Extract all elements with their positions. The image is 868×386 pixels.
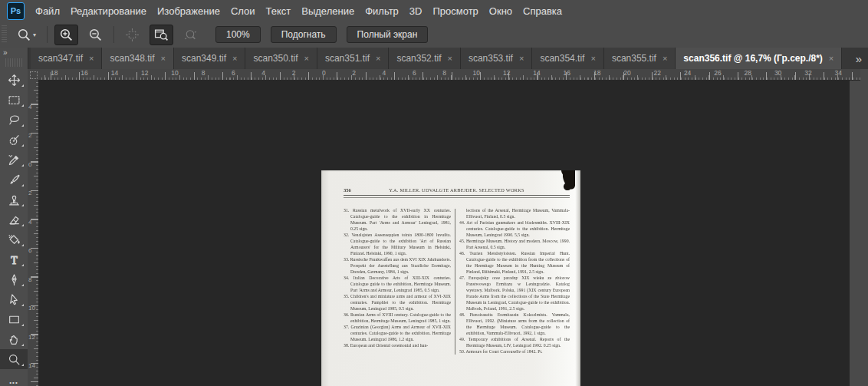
bibliography-entry: 33. Russische Prunkwaffen aus dem XVI XI… <box>344 256 451 275</box>
panel-dock-strip[interactable] <box>849 69 868 386</box>
menu-item[interactable]: Текст <box>266 2 291 20</box>
close-icon[interactable]: × <box>663 54 667 63</box>
menu-item[interactable]: Слои <box>231 2 255 20</box>
pen-tool[interactable] <box>0 269 28 289</box>
close-icon[interactable]: × <box>304 54 309 63</box>
hand-tool[interactable] <box>0 329 28 349</box>
ruler-label: 10 <box>169 69 199 80</box>
rectangular-marquee-tool[interactable] <box>0 90 28 110</box>
ruler-origin-corner[interactable] <box>28 69 39 81</box>
eraser-tool[interactable] <box>0 209 28 229</box>
left-column: 31. Russian metalwork of XVII-early XX c… <box>344 207 451 355</box>
vertical-ruler[interactable]: 64202468101214 <box>28 80 39 386</box>
document-tab[interactable]: scan351.tif × <box>317 48 389 69</box>
close-icon[interactable]: × <box>447 54 452 63</box>
zoom-out-button[interactable] <box>84 25 107 45</box>
zoom-tool-preset-icon[interactable]: ▾ <box>13 25 40 45</box>
ruler-label: 4 <box>260 69 290 80</box>
photoshop-logo: Ps <box>7 2 25 20</box>
ruler-label: 10 <box>472 69 501 80</box>
zoom-tool[interactable] <box>0 349 28 369</box>
horizontal-ruler[interactable]: 1816141210864202468101214161820222426283… <box>38 69 860 81</box>
document-tab[interactable]: scan355.tif × <box>604 48 676 69</box>
menu-item[interactable]: Просмотр <box>432 2 478 20</box>
document-tab[interactable]: scan352.tif × <box>389 48 460 69</box>
tool-flyout-indicator <box>21 264 24 266</box>
options-bar-grip[interactable] <box>2 25 7 44</box>
lasso-tool[interactable] <box>0 110 28 130</box>
ruler-label: 6 <box>411 69 441 80</box>
tab-label: scan354.tif <box>540 53 584 64</box>
more-tabs-icon[interactable]: » <box>856 53 862 64</box>
page-header: 356 Y.A. MILLER. UDVALGTE ARBEJDER. SELE… <box>344 187 570 193</box>
tab-label: scan350.tif <box>253 53 298 64</box>
paint-bucket-tool[interactable] <box>0 229 28 249</box>
column-divider <box>455 209 455 355</box>
tools-panel-grip[interactable] <box>5 58 22 67</box>
page-number: 356 <box>344 187 362 193</box>
tools-panel: » <box>0 48 28 386</box>
ruler-label: 14 <box>531 69 561 80</box>
ellipsis-icon: ••• <box>9 379 18 386</box>
bibliography-entry: 31. Russian metalwork of XVII-early XX c… <box>344 207 451 232</box>
document-tab[interactable]: scan354.tif × <box>532 48 603 69</box>
type-tool[interactable]: T <box>0 249 28 269</box>
menu-item[interactable]: Окно <box>489 2 512 20</box>
close-icon[interactable]: × <box>519 54 524 63</box>
separator <box>47 26 48 43</box>
fullscreen-button[interactable]: Полный экран <box>347 26 429 43</box>
ruler-label: 2 <box>350 69 380 80</box>
document-tab[interactable]: scan347.tif × <box>31 48 102 69</box>
tool-flyout-indicator <box>21 304 24 306</box>
path-selection-tool[interactable] <box>0 289 28 309</box>
document-tab[interactable]: scan349.tif × <box>174 48 245 69</box>
scanned-page: 356 Y.A. MILLER. UDVALGTE ARBEJDER. SELE… <box>321 170 580 386</box>
quick-selection-tool[interactable] <box>0 130 28 150</box>
tab-label: scan348.tif <box>110 53 154 64</box>
close-icon[interactable]: × <box>89 54 94 63</box>
document-tab[interactable]: scan353.tif × <box>461 48 532 69</box>
close-icon[interactable]: × <box>232 54 237 63</box>
menu-item[interactable]: Изображение <box>157 2 220 20</box>
document-tab[interactable]: scan348.tif × <box>102 48 173 69</box>
menu-item[interactable]: 3D <box>409 2 422 20</box>
rectangle-tool[interactable] <box>0 309 28 329</box>
close-icon[interactable]: × <box>590 54 595 63</box>
bibliography-entry: 37. Gruzinian (Georgian) Arms and Armour… <box>344 324 451 342</box>
menu-item[interactable]: Выделение <box>301 2 354 20</box>
zoom-100-button[interactable]: 100% <box>215 26 261 43</box>
bibliography-entry: 46. Tsarien Metsästyloisten. Russian Imp… <box>459 250 570 275</box>
tool-flyout-indicator <box>21 204 24 206</box>
svg-text:T: T <box>11 254 18 266</box>
fit-screen-button[interactable]: Подогнать <box>271 26 337 43</box>
scrubby-zoom-icon[interactable] <box>150 25 173 45</box>
menu-item[interactable]: Справка <box>523 2 562 20</box>
ruler-label: 8 <box>441 69 471 80</box>
document-tab[interactable]: scan356.tif @ 16,7% (Гр.сер./8*) × <box>676 48 842 69</box>
close-icon[interactable]: × <box>829 54 833 63</box>
ruler-label: 34 <box>833 69 860 80</box>
menu-item[interactable]: Файл <box>35 2 60 20</box>
document-tab[interactable]: scan350.tif × <box>245 48 317 69</box>
page-title: Y.A. MILLER. UDVALGTE ARBEJDER. SELECTED… <box>362 187 551 193</box>
resize-windows-to-fit-icon <box>121 25 143 45</box>
clone-stamp-tool[interactable] <box>0 190 28 209</box>
brush-tool[interactable] <box>0 170 28 190</box>
tab-label: scan355.tif <box>612 53 656 64</box>
eyedropper-tool[interactable] <box>0 150 28 170</box>
bibliography-continuation: lections of the Arsenal, Hermitage Museu… <box>459 207 570 219</box>
edit-toolbar-button[interactable]: ••• <box>0 372 28 386</box>
ruler-label: 2 <box>28 190 35 219</box>
tab-label: scan352.tif <box>396 53 441 64</box>
tool-flyout-indicator <box>21 364 24 366</box>
bibliography-entry: 44. Art of Parisian gunmakers and blades… <box>459 219 570 238</box>
bibliography-entry: 49. Temporary exhibitions of Arsenal. Re… <box>459 336 570 348</box>
close-icon[interactable]: × <box>376 54 380 63</box>
zoom-in-button[interactable] <box>54 25 78 45</box>
collapse-panel-icon[interactable]: » <box>0 48 28 57</box>
menu-item[interactable]: Редактирование <box>71 2 146 20</box>
menu-item[interactable]: Фильтр <box>365 2 399 20</box>
close-icon[interactable]: × <box>161 54 166 63</box>
move-tool[interactable] <box>0 70 28 90</box>
ruler-label: 12 <box>28 335 35 364</box>
